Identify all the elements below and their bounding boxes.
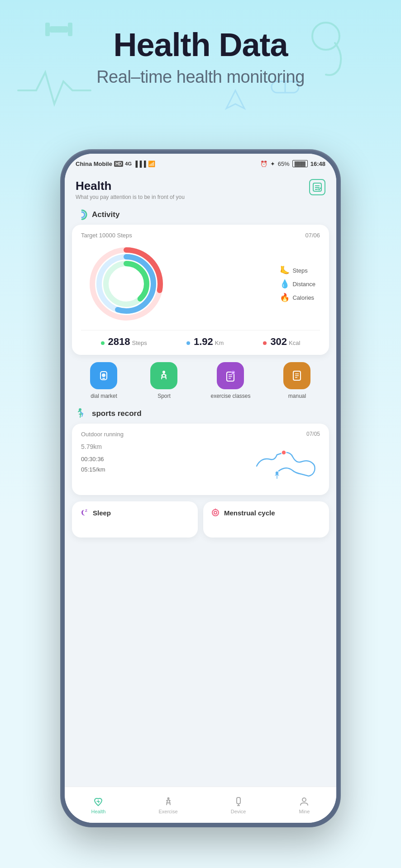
svg-point-17 xyxy=(102,373,105,377)
dial-market-icon-bg xyxy=(90,362,117,389)
app-header: Health What you pay attention is to be i… xyxy=(65,174,336,204)
hd-badge: HD xyxy=(114,161,123,167)
sports-pace: 05:15/km xyxy=(81,464,124,475)
calories-unit: Kcal xyxy=(289,340,300,346)
sports-type: Outdoor running xyxy=(81,431,124,438)
calories-value: 302 xyxy=(270,336,287,348)
sub-title: Real–time health monitoring xyxy=(0,67,401,87)
activity-section-icon xyxy=(76,208,88,221)
app-scroll-content: Health What you pay attention is to be i… xyxy=(65,174,336,807)
svg-rect-37 xyxy=(237,797,240,804)
calories-label: Calories xyxy=(292,294,314,301)
activity-card: Target 10000 Steps 07/06 xyxy=(72,225,329,355)
app-subtitle: What you pay attention is to be in front… xyxy=(76,194,185,200)
activity-card-header: Target 10000 Steps 07/06 xyxy=(81,232,320,239)
sports-info: Outdoor running 5.79km 00:30:36 05:15/km xyxy=(81,431,124,484)
calories-stat: 302 Kcal xyxy=(263,336,300,348)
status-right: ⏰ ✦ 65% ▓▓▓ 16:48 xyxy=(260,160,325,167)
sleep-card[interactable]: Z Sleep xyxy=(72,501,198,538)
sports-distance: 5.79km xyxy=(81,438,124,452)
rings-legend: 🦶 Steps 💧 Distance 🔥 Calories xyxy=(280,265,315,302)
menstrual-card[interactable]: Menstrual cycle xyxy=(203,501,329,538)
svg-point-40 xyxy=(302,798,306,802)
page-header: Health Data Real–time health monitoring xyxy=(0,0,401,87)
bottom-sections: Z Sleep Menstrual cycle xyxy=(65,501,336,538)
activity-section-header: Activity xyxy=(65,204,336,225)
manual-label: manual xyxy=(288,393,306,399)
bottom-spacer xyxy=(65,538,336,547)
steps-legend: 🦶 Steps xyxy=(280,265,315,275)
dial-market-action[interactable]: dial market xyxy=(90,362,117,399)
status-carrier: China Mobile HD 4G ▐▐▐ 📶 xyxy=(76,160,155,167)
signal-4g: 4G xyxy=(125,161,132,166)
steps-value: 2818 xyxy=(108,336,130,348)
menstrual-icon xyxy=(210,508,220,518)
distance-unit-km: km xyxy=(93,443,102,450)
exercise-nav-label: Exercise xyxy=(158,809,177,814)
distance-legend: 💧 Distance xyxy=(280,279,315,289)
dial-market-label: dial market xyxy=(91,393,117,399)
stats-row: 2818 Steps 1.92 Km 302 Kcal xyxy=(81,330,320,348)
exercise-classes-icon-bg xyxy=(217,362,244,389)
activity-date: 07/06 xyxy=(305,232,320,239)
phone-mockup: China Mobile HD 4G ▐▐▐ 📶 ⏰ ✦ 65% ▓▓▓ 16:… xyxy=(60,149,341,827)
distance-label: Distance xyxy=(292,281,315,288)
device-nav-icon xyxy=(233,796,244,807)
menstrual-card-header: Menstrual cycle xyxy=(210,508,322,518)
bluetooth-icon: ✦ xyxy=(270,160,275,167)
sports-card: Outdoor running 5.79km 00:30:36 05:15/km xyxy=(72,424,329,495)
manual-action[interactable]: manual xyxy=(283,362,310,399)
health-nav-label: Health xyxy=(91,809,106,814)
svg-point-30 xyxy=(282,450,286,455)
nav-device[interactable]: Device xyxy=(231,796,246,814)
steps-unit: Steps xyxy=(132,340,147,346)
sports-details: 00:30:36 05:15/km xyxy=(81,454,124,475)
quick-actions: dial market Sport xyxy=(65,355,336,403)
svg-point-34 xyxy=(214,511,217,514)
sports-card-date: 07/05 xyxy=(306,431,320,437)
app-title: Health xyxy=(76,179,185,193)
mine-nav-icon xyxy=(299,796,310,807)
svg-text:Z: Z xyxy=(85,509,87,513)
sport-label: Sport xyxy=(158,393,171,399)
exercise-nav-icon xyxy=(163,796,174,807)
signal-bars: ▐▐▐ xyxy=(134,160,146,167)
calories-icon: 🔥 xyxy=(280,292,290,302)
bottom-nav: Health Exercise xyxy=(65,787,336,823)
battery-percent: 65% xyxy=(278,160,290,167)
sports-record-section-header: sports record xyxy=(65,403,336,424)
status-bar: China Mobile HD 4G ▐▐▐ 📶 ⏰ ✦ 65% ▓▓▓ 16:… xyxy=(65,154,336,174)
exercise-classes-action[interactable]: exercise classes xyxy=(210,362,250,399)
svg-rect-18 xyxy=(102,378,105,379)
sleep-title: Sleep xyxy=(93,509,111,517)
device-nav-label: Device xyxy=(231,809,246,814)
sports-map-area: 07/05 xyxy=(248,431,320,484)
sport-action[interactable]: Sport xyxy=(150,362,177,399)
distance-unit: Km xyxy=(215,340,224,346)
battery-icon: ▓▓▓ xyxy=(292,160,308,167)
nav-health[interactable]: Health xyxy=(91,796,106,814)
sport-icon-bg xyxy=(150,362,177,389)
calories-dot xyxy=(263,341,267,345)
manual-icon-bg xyxy=(283,362,310,389)
wifi-icon: 📶 xyxy=(148,160,155,167)
steps-dot xyxy=(101,341,105,345)
rings-container: 🦶 Steps 💧 Distance 🔥 Calories xyxy=(81,243,320,325)
sleep-icon: Z xyxy=(79,508,89,518)
sports-duration: 00:30:36 xyxy=(81,454,124,464)
svg-point-31 xyxy=(275,471,279,475)
checklist-icon[interactable] xyxy=(309,179,325,195)
rings-svg xyxy=(86,243,167,325)
phone-outer: China Mobile HD 4G ▐▐▐ 📶 ⏰ ✦ 65% ▓▓▓ 16:… xyxy=(60,149,341,827)
distance-dot xyxy=(186,341,190,345)
phone-inner: China Mobile HD 4G ▐▐▐ 📶 ⏰ ✦ 65% ▓▓▓ 16:… xyxy=(65,154,336,823)
clock: 16:48 xyxy=(310,160,325,167)
distance-icon: 💧 xyxy=(280,279,290,289)
mine-nav-label: Mine xyxy=(299,809,310,814)
activity-section-title: Activity xyxy=(92,210,119,219)
distance-value: 1.92 xyxy=(194,336,213,348)
steps-icon: 🦶 xyxy=(280,265,290,275)
nav-exercise[interactable]: Exercise xyxy=(158,796,177,814)
nav-mine[interactable]: Mine xyxy=(299,796,310,814)
sleep-card-header: Z Sleep xyxy=(79,508,191,518)
